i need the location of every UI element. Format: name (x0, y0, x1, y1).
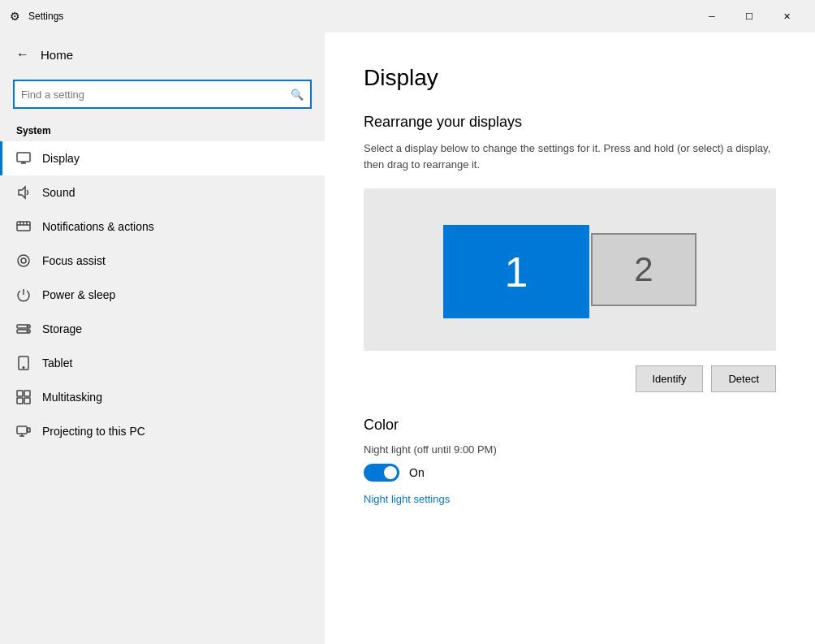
svg-rect-17 (17, 391, 23, 396)
focus-icon (16, 253, 31, 268)
color-section: Color Night light (off until 9:00 PM) On… (364, 417, 776, 506)
sidebar-item-label-multitasking: Multitasking (42, 391, 102, 404)
sidebar-item-label-focus: Focus assist (42, 254, 106, 267)
sidebar-item-label-sound: Sound (42, 186, 75, 199)
back-icon: ← (16, 47, 29, 62)
rearrange-desc: Select a display below to change the set… (364, 140, 776, 172)
content-area: Display Rearrange your displays Select a… (325, 32, 815, 644)
sidebar-item-label-notifications: Notifications & actions (42, 220, 154, 233)
sidebar-item-label-power: Power & sleep (42, 288, 115, 301)
night-light-label: Night light (off until 9:00 PM) (364, 443, 776, 456)
storage-icon (16, 322, 31, 336)
sidebar-item-storage[interactable]: Storage (0, 312, 325, 346)
sidebar-item-focus[interactable]: Focus assist (0, 244, 325, 278)
svg-point-13 (27, 326, 28, 327)
night-light-settings-link[interactable]: Night light settings (364, 493, 450, 505)
sidebar-item-label-storage: Storage (42, 322, 82, 335)
svg-rect-0 (17, 153, 30, 162)
sidebar-item-label-projecting: Projecting to this PC (42, 425, 145, 438)
sidebar-item-multitasking[interactable]: Multitasking (0, 380, 325, 414)
close-button[interactable]: ✕ (768, 0, 805, 32)
sidebar-item-notifications[interactable]: Notifications & actions (0, 210, 325, 244)
svg-rect-19 (17, 398, 23, 404)
sidebar-search-box[interactable]: 🔍 (13, 80, 312, 109)
sidebar-item-power[interactable]: Power & sleep (0, 278, 325, 312)
svg-rect-21 (17, 426, 27, 434)
search-icon: 🔍 (291, 89, 304, 101)
page-title: Display (364, 65, 776, 91)
home-label: Home (41, 48, 73, 62)
sidebar-home-button[interactable]: ← Home (0, 32, 325, 76)
monitor-1[interactable]: 1 (443, 225, 589, 318)
sound-icon (16, 185, 31, 200)
settings-icon: ⚙ (10, 10, 20, 23)
notifications-icon (16, 219, 31, 234)
svg-point-10 (21, 258, 26, 263)
multitasking-icon (16, 390, 31, 404)
power-icon (16, 287, 31, 302)
sidebar-item-tablet[interactable]: Tablet (0, 346, 325, 380)
detect-button[interactable]: Detect (711, 365, 776, 392)
tablet-icon (16, 356, 31, 370)
search-input[interactable] (21, 89, 291, 101)
minimize-button[interactable]: ─ (693, 0, 731, 32)
sidebar-item-label-display: Display (42, 152, 80, 165)
projecting-icon (16, 424, 31, 439)
svg-rect-20 (24, 398, 30, 404)
sidebar-item-sound[interactable]: Sound (0, 175, 325, 210)
svg-point-16 (23, 367, 24, 369)
maximize-button[interactable]: ☐ (731, 0, 768, 32)
identify-button[interactable]: Identify (636, 365, 704, 392)
svg-point-9 (18, 255, 29, 266)
display-buttons: Identify Detect (364, 365, 776, 392)
night-light-toggle[interactable] (364, 464, 399, 482)
title-bar-left: ⚙ Settings (10, 10, 63, 23)
title-bar-controls: ─ ☐ ✕ (693, 0, 805, 32)
sidebar: ← Home 🔍 System Display (0, 32, 325, 644)
svg-point-14 (27, 331, 28, 332)
display-icon (16, 151, 31, 166)
sidebar-item-label-tablet: Tablet (42, 357, 72, 370)
toggle-state-label: On (409, 466, 425, 479)
svg-marker-3 (19, 187, 25, 198)
title-bar-title: Settings (28, 11, 63, 22)
sidebar-section-title: System (0, 119, 325, 141)
sidebar-item-display[interactable]: Display (0, 141, 325, 175)
monitor-2[interactable]: 2 (591, 233, 696, 306)
display-preview: 1 2 (364, 188, 776, 351)
sidebar-item-projecting[interactable]: Projecting to this PC (0, 414, 325, 448)
svg-rect-18 (24, 391, 30, 396)
title-bar: ⚙ Settings ─ ☐ ✕ (0, 0, 815, 32)
color-title: Color (364, 417, 776, 434)
svg-rect-24 (28, 428, 30, 432)
app-body: ← Home 🔍 System Display (0, 32, 815, 644)
rearrange-title: Rearrange your displays (364, 114, 776, 131)
toggle-row: On (364, 464, 776, 482)
